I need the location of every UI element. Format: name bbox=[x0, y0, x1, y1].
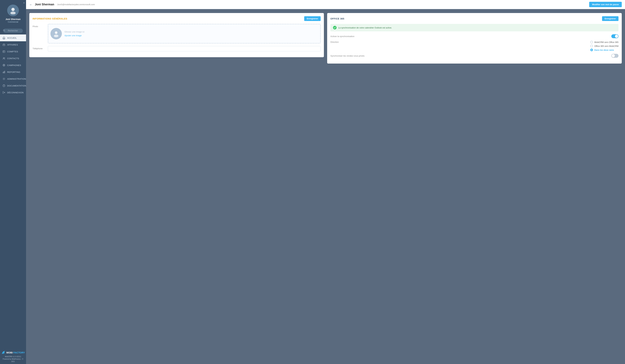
sidebar-item-contacts[interactable]: CONTACTS bbox=[0, 55, 26, 62]
sync-private-toggle[interactable] bbox=[611, 54, 619, 58]
card-general-title: INFORMATIONS GÉNÉRALES bbox=[32, 17, 67, 20]
photo-label: Photo bbox=[32, 24, 46, 28]
card-office365-title: OFFICE 365 bbox=[330, 17, 344, 20]
sidebar-item-label: ACCUEIL bbox=[7, 37, 17, 39]
svg-rect-7 bbox=[3, 51, 5, 53]
sidebar-item-label: DOCUMENTATION bbox=[7, 84, 26, 87]
telephone-input[interactable] bbox=[48, 46, 321, 51]
sync-success-banner: La synchronisation de votre calendrier O… bbox=[330, 24, 619, 31]
save-general-button[interactable]: Enregistrer bbox=[304, 16, 321, 21]
svg-line-3 bbox=[4, 31, 5, 31]
topbar-right: Modifier son mot de passe bbox=[589, 2, 622, 7]
logo-factory-text: FACTORY bbox=[13, 351, 25, 354]
sidebar: « Joni Sherman Commercial ACCUEIL bbox=[0, 0, 26, 364]
sidebar-item-reporting[interactable]: REPORTING bbox=[0, 69, 26, 75]
svg-rect-15 bbox=[3, 72, 3, 73]
sidebar-item-label: COMPTES bbox=[7, 50, 18, 53]
sidebar-item-accueil[interactable]: ACCUEIL bbox=[0, 34, 26, 41]
back-button[interactable]: ← bbox=[29, 3, 32, 6]
page-content: INFORMATIONS GÉNÉRALES Enregistrer Photo… bbox=[26, 9, 625, 364]
direction-option-1[interactable]: MobiCRM vers Office 365 bbox=[590, 41, 619, 43]
target-icon bbox=[2, 64, 5, 67]
sync-success-icon bbox=[333, 26, 337, 29]
toggle-knob bbox=[615, 35, 618, 38]
radio-both[interactable] bbox=[590, 49, 593, 51]
svg-point-0 bbox=[11, 8, 15, 11]
topbar-user-name: Joni Sherman bbox=[35, 3, 54, 6]
building-icon bbox=[2, 50, 5, 53]
radio-both-label: Dans les deux sens bbox=[594, 49, 614, 51]
sidebar-collapse-btn[interactable]: « bbox=[23, 1, 25, 4]
toggle-knob-private bbox=[612, 54, 615, 57]
home-icon bbox=[2, 36, 5, 39]
chart-icon bbox=[2, 70, 5, 74]
search-icon bbox=[3, 29, 5, 31]
sidebar-item-label: CAMPAGNES bbox=[7, 64, 21, 66]
sidebar-footer: MOBIFACTORY MobiCRM v1.0 r32311 Powered … bbox=[0, 348, 26, 364]
sidebar-item-label: DÉCONNEXION bbox=[7, 91, 24, 94]
svg-rect-4 bbox=[3, 38, 4, 39]
gear-icon bbox=[2, 77, 5, 81]
svg-point-25 bbox=[54, 35, 59, 37]
direction-option-2[interactable]: Office 365 vers MobiCRM bbox=[590, 45, 619, 47]
logo-bird-icon bbox=[1, 350, 6, 355]
logo-mobi-text: MOBI bbox=[6, 351, 13, 354]
direction-options: MobiCRM vers Office 365 Office 365 vers … bbox=[590, 41, 619, 51]
sidebar-item-campagnes[interactable]: CAMPAGNES bbox=[0, 62, 26, 69]
sidebar-item-administration[interactable]: ADMINISTRATION bbox=[0, 75, 26, 82]
change-password-button[interactable]: Modifier son mot de passe bbox=[589, 2, 622, 7]
sidebar-item-label: REPORTING bbox=[7, 71, 20, 73]
svg-rect-5 bbox=[3, 44, 5, 46]
telephone-label: Téléphone bbox=[32, 46, 46, 50]
activer-sync-toggle[interactable] bbox=[611, 34, 619, 38]
radio-mobicrm-to-office[interactable] bbox=[590, 41, 593, 43]
drag-text: Glissez une image ici bbox=[64, 30, 85, 33]
direction-option-3[interactable]: Dans les deux sens bbox=[590, 49, 619, 51]
sync-success-text: La synchronisation de votre calendrier O… bbox=[338, 27, 392, 29]
direction-label: Direction bbox=[330, 41, 339, 43]
radio-office-to-mobicrm-label: Office 365 vers MobiCRM bbox=[594, 45, 619, 47]
svg-point-24 bbox=[55, 31, 58, 34]
sidebar-user-name: Joni Sherman bbox=[5, 18, 21, 21]
svg-rect-16 bbox=[4, 71, 4, 73]
sidebar-item-documentation[interactable]: DOCUMENTATION bbox=[0, 82, 26, 89]
topbar: ← Joni Sherman JoniS@mobifactorydev.onmi… bbox=[26, 0, 625, 9]
logout-icon bbox=[2, 91, 5, 94]
help-icon bbox=[2, 84, 5, 87]
svg-point-1 bbox=[10, 12, 16, 14]
main-content: ← Joni Sherman JoniS@mobifactorydev.onmi… bbox=[26, 0, 625, 364]
search-input[interactable] bbox=[3, 28, 23, 33]
activer-sync-row: Activer la synchronisation bbox=[330, 34, 619, 38]
photo-dropzone[interactable]: Glissez une image ici Ajouter une image bbox=[48, 24, 321, 43]
add-image-link[interactable]: Ajouter une image bbox=[64, 34, 82, 37]
general-info-card: INFORMATIONS GÉNÉRALES Enregistrer Photo… bbox=[29, 13, 324, 57]
activer-sync-label: Activer la synchronisation bbox=[330, 35, 354, 38]
svg-rect-17 bbox=[4, 71, 5, 73]
radio-mobicrm-to-office-label: MobiCRM vers Office 365 bbox=[594, 41, 619, 43]
svg-point-18 bbox=[3, 79, 4, 79]
direction-row: Direction MobiCRM vers Office 365 Office… bbox=[330, 41, 619, 51]
radio-office-to-mobicrm[interactable] bbox=[590, 45, 593, 47]
sidebar-item-deconnexion[interactable]: DÉCONNEXION bbox=[0, 89, 26, 96]
sidebar-item-comptes[interactable]: COMPTES bbox=[0, 48, 26, 55]
sidebar-item-label: AFFAIRES bbox=[7, 44, 18, 46]
sidebar-item-label: ADMINISTRATION bbox=[7, 78, 26, 80]
sidebar-item-label: CONTACTS bbox=[7, 57, 19, 60]
card-office365-header: OFFICE 365 Enregistrer bbox=[330, 16, 619, 21]
sidebar-nav: ACCUEIL AFFAIRES COMPTES CONTACTS bbox=[0, 34, 26, 348]
avatar bbox=[7, 4, 19, 16]
sidebar-item-affaires[interactable]: AFFAIRES bbox=[0, 41, 26, 48]
sidebar-user-role: Commercial bbox=[8, 21, 18, 23]
svg-point-14 bbox=[4, 65, 4, 65]
telephone-row: Téléphone bbox=[32, 46, 321, 51]
logo: MOBIFACTORY bbox=[1, 350, 25, 355]
users-icon bbox=[2, 57, 5, 60]
sync-private-row: Synchroniser les rendez-vous privés bbox=[330, 54, 619, 58]
photo-avatar bbox=[50, 28, 62, 39]
card-general-header: INFORMATIONS GÉNÉRALES Enregistrer bbox=[32, 16, 321, 21]
office365-card: OFFICE 365 Enregistrer La synchronisatio… bbox=[327, 13, 622, 64]
sidebar-version: MobiCRM v1.0 r32311 Powered by MobiFacto… bbox=[2, 355, 24, 363]
svg-point-10 bbox=[3, 57, 4, 58]
svg-point-11 bbox=[4, 57, 5, 58]
save-office365-button[interactable]: Enregistrer bbox=[602, 16, 619, 21]
